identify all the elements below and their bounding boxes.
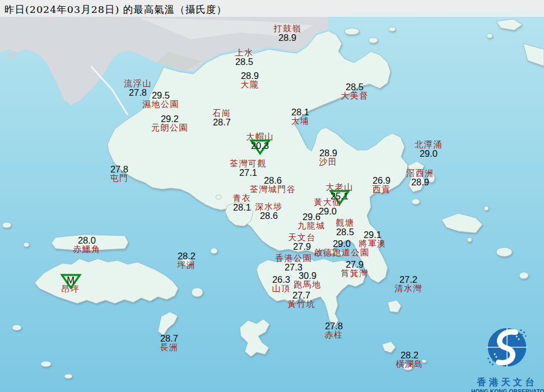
- station-name-label: 赤柱: [325, 331, 343, 339]
- station-大隴: 28.9大隴: [241, 71, 259, 89]
- station-value: 28.9: [273, 33, 301, 43]
- station-name-label: 九龍城: [297, 222, 326, 230]
- station-name-label: 北潭涌: [415, 141, 443, 149]
- station-上水: 上水28.5: [235, 49, 254, 67]
- station-name-label: 青衣: [233, 194, 252, 203]
- station-value: 27.8: [325, 321, 343, 331]
- station-長洲: 28.7長洲: [160, 334, 179, 352]
- station-大埔: 28.1大埔: [291, 108, 310, 125]
- station-大帽山: 大帽山20.3: [246, 133, 274, 151]
- station-石崗: 石崗28.7: [213, 109, 231, 127]
- station-name-label: 天文台: [288, 234, 316, 242]
- station-name-label: 打鼓嶺: [273, 25, 301, 33]
- station-name-label: 大埔: [291, 117, 310, 125]
- station-value: 29.0: [415, 149, 443, 158]
- station-value: 28.7: [160, 334, 179, 343]
- station-name-label: 橫瀾島: [396, 360, 424, 368]
- station-value: 28.6: [255, 211, 283, 221]
- station-name-label: 荃灣可觀: [230, 160, 267, 168]
- station-name-label: 滘西洲: [406, 169, 434, 178]
- station-大美督: 28.5大美督: [341, 82, 369, 100]
- station-打鼓嶺: 打鼓嶺28.9: [273, 25, 301, 43]
- station-name-label: 沙田: [319, 158, 338, 166]
- station-value: 29.5: [142, 91, 179, 100]
- station-沙田: 28.9沙田: [319, 148, 338, 166]
- station-value: 27.7: [287, 291, 315, 300]
- station-name-label: 大美督: [341, 92, 369, 100]
- station-清水灣: 27.2清水灣: [394, 275, 422, 293]
- station-value: 28.1: [233, 203, 252, 212]
- station-name-label: 屯門: [110, 174, 129, 183]
- station-value: 29.2: [151, 114, 188, 124]
- station-name-label: 筲箕灣: [341, 269, 369, 278]
- stations-layer: 打鼓嶺28.9上水28.528.9大隴流浮山27.828.5大美督29.5濕地公…: [0, 0, 544, 392]
- station-value: 26.3: [272, 275, 291, 284]
- station-name-label: 赤鱲角: [73, 245, 101, 254]
- station-黃竹坑: 27.7黃竹坑: [287, 291, 315, 309]
- station-九龍城: 29.6九龍城: [297, 212, 326, 230]
- station-name-label: 觀塘: [336, 219, 355, 227]
- station-濕地公園: 29.5濕地公園: [142, 91, 179, 109]
- station-啟德跑道公園: 29.0啟德跑道公園: [314, 239, 370, 257]
- station-value: 28.5: [336, 227, 355, 237]
- station-筲箕灣: 27.9筲箕灣: [341, 260, 369, 278]
- station-香港公園: 香港公園27.3: [275, 254, 312, 272]
- weather-map-page: 昨日(2024年03月28日) 的最高氣溫（攝氏度） 打鼓嶺28.9上水28.5…: [0, 0, 544, 392]
- station-value: 28.9: [406, 178, 434, 187]
- station-value: 27.8: [110, 165, 129, 174]
- station-name-label: 元朗公園: [151, 124, 188, 132]
- station-跑馬地: 30.9跑馬地: [294, 271, 322, 289]
- station-value: 28.9: [319, 148, 338, 158]
- hko-logo-chinese-name: 香港天文台: [471, 376, 543, 389]
- station-name-label: 西貢: [373, 185, 391, 194]
- station-橫瀾島: 28.2橫瀾島: [396, 351, 424, 368]
- station-value: 27.9: [288, 242, 316, 251]
- station-value: 26.9: [373, 176, 391, 185]
- station-青衣: 青衣28.1: [233, 194, 252, 212]
- station-屯門: 27.8屯門: [110, 165, 129, 183]
- station-name-label: 上水: [235, 49, 254, 57]
- station-value: 28.1: [291, 108, 310, 117]
- station-value: 27.9: [341, 260, 369, 269]
- station-觀塘: 觀塘28.5: [336, 219, 355, 237]
- station-name-label: 長洲: [160, 343, 179, 352]
- station-滘西洲: 滘西洲28.9: [406, 169, 434, 187]
- station-荃灣可觀: 荃灣可觀27.1: [230, 160, 267, 178]
- station-西貢: 26.9西貢: [373, 176, 391, 194]
- station-value: 29.0: [314, 239, 370, 249]
- station-北潭涌: 北潭涌29.0: [415, 141, 443, 158]
- hko-logo-english-name: HONG KONG OBSERVATORY: [471, 389, 543, 392]
- station-name-label: 濕地公園: [142, 100, 179, 109]
- station-name-label: 清水灣: [394, 284, 422, 293]
- station-昂坪: M昂坪: [62, 276, 80, 293]
- station-name-label: 香港公園: [275, 254, 312, 263]
- station-深水埗: 深水埗28.6: [255, 203, 283, 221]
- station-坪洲: 28.2坪洲: [178, 251, 196, 269]
- station-赤柱: 27.8赤柱: [325, 321, 343, 339]
- station-name-label: 啟德跑道公園: [314, 249, 370, 257]
- station-value: 28.9: [241, 71, 259, 81]
- station-value: 28.2: [178, 251, 196, 261]
- station-value: 28.5: [235, 57, 254, 67]
- station-value: 28.0: [73, 236, 101, 245]
- station-name-label: 跑馬地: [294, 281, 322, 289]
- station-name-label: 黃竹坑: [287, 300, 315, 309]
- station-value: M: [62, 276, 80, 285]
- station-name-label: 深水埗: [255, 203, 283, 211]
- station-name-label: 荃灣城門谷: [250, 185, 296, 194]
- station-value: 28.7: [213, 118, 231, 127]
- station-name-label: 流浮山: [124, 80, 152, 88]
- station-value: 28.2: [396, 351, 424, 360]
- station-元朗公園: 29.2元朗公園: [151, 114, 188, 132]
- station-value: 29.6: [297, 212, 326, 222]
- station-value: 29.1: [359, 230, 387, 240]
- station-name-label: 黃大仙: [314, 198, 342, 207]
- station-name-label: 石崗: [213, 109, 231, 118]
- hko-logo-icon: [480, 325, 534, 373]
- station-name-label: 大隴: [241, 81, 259, 89]
- station-value: 28.5: [341, 82, 369, 92]
- station-荃灣城門谷: 28.6荃灣城門谷: [250, 176, 296, 194]
- station-name-label: 坪洲: [178, 261, 196, 269]
- station-value: 20.3: [246, 141, 274, 151]
- hko-logo: 香港天文台 HONG KONG OBSERVATORY: [471, 325, 543, 392]
